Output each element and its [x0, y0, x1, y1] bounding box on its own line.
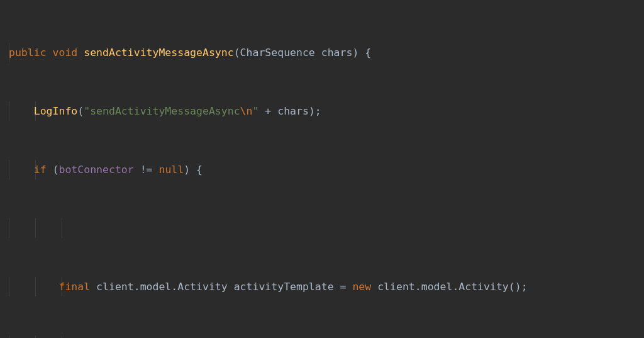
- code-line: LogInfo("sendActivityMessageAsync\n" + c…: [9, 101, 644, 121]
- code-line: public void sendActivityMessageAsync(Cha…: [9, 43, 644, 62]
- code-line: if (botConnector != null) {: [9, 160, 644, 179]
- code-line: activityTemplate.text((String)chars);: [9, 335, 644, 338]
- code-line: [9, 218, 644, 238]
- code-editor[interactable]: public void sendActivityMessageAsync(Cha…: [0, 0, 644, 338]
- code-line: final client.model.Activity activityTemp…: [9, 277, 644, 296]
